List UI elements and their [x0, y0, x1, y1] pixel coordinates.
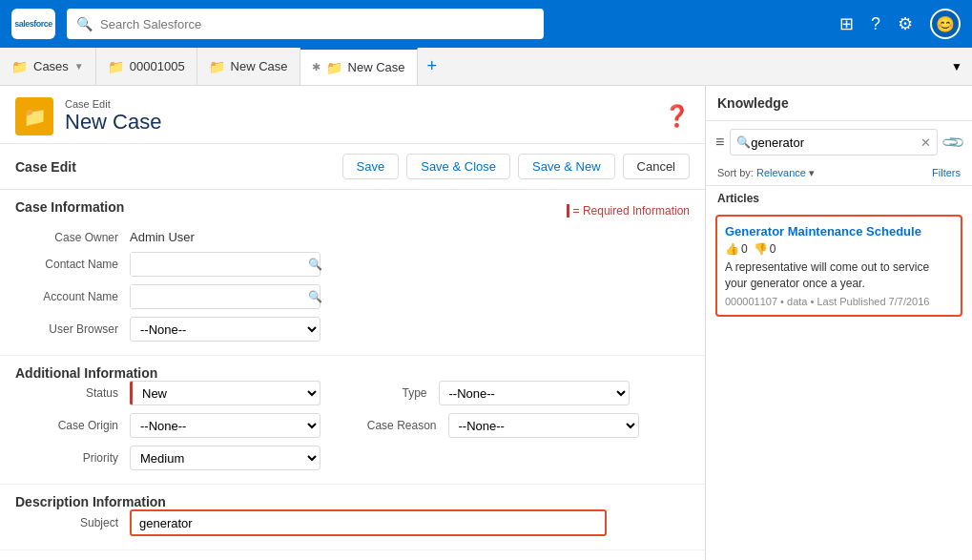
hamburger-icon[interactable]: ≡ [715, 134, 724, 151]
article-votes: 👍 0 👎 0 [725, 242, 953, 256]
account-name-label: Account Name [15, 290, 130, 303]
required-bar-icon [567, 204, 569, 218]
status-type-row: Status New Type --None-- [15, 381, 690, 405]
avatar-icon: 😊 [936, 15, 955, 33]
account-name-field[interactable]: 🔍 [130, 284, 321, 309]
thumbs-up-button[interactable]: 👍 0 [725, 242, 748, 256]
case-origin-label: Case Origin [15, 419, 130, 432]
user-browser-row: User Browser --None-- [15, 317, 690, 342]
search-icon: 🔍 [76, 16, 93, 31]
article-body: A representative will come out to servic… [725, 259, 953, 292]
case-reason-col: Case Reason --None-- [362, 413, 691, 438]
save-close-button[interactable]: Save & Close [406, 154, 510, 179]
tab-new-case-1-label: New Case [231, 59, 288, 73]
required-notice: = Required Information [567, 204, 690, 218]
new-case-tab-icon-2: 📁 [326, 60, 342, 75]
tab-new-case-1[interactable]: 📁 New Case [197, 48, 300, 85]
cases-tab-icon: 📁 [11, 59, 28, 74]
subject-label: Subject [15, 516, 130, 529]
main-content: 📁 Case Edit New Case ❓ Case Edit Save Sa… [0, 86, 972, 560]
article-meta: 000001107 • data • Last Published 7/7/20… [725, 296, 953, 307]
knowledge-search-field[interactable]: 🔍 ✕ [730, 129, 938, 156]
article-title[interactable]: Generator Maintenance Schedule [725, 224, 953, 239]
subject-row: Subject [15, 509, 690, 536]
status-select[interactable]: New [130, 381, 321, 405]
sort-label: Sort by: [717, 167, 754, 178]
knowledge-search-input[interactable] [751, 135, 920, 150]
filters-link[interactable]: Filters [932, 167, 961, 178]
contact-name-label: Contact Name [15, 258, 130, 271]
case-origin-reason-row: Case Origin --None-- Case Reason --None-… [15, 413, 690, 438]
page-title: New Case [65, 110, 161, 135]
close-icon[interactable]: ✱ [312, 61, 321, 73]
top-navigation: salesforce 🔍 ⊞ ? ⚙ 😊 [0, 0, 972, 48]
case-header-left: 📁 Case Edit New Case [15, 97, 161, 135]
knowledge-sort-bar: Sort by: Relevance ▾ Filters [706, 163, 972, 186]
knowledge-panel: Knowledge ≡ 🔍 ✕ 📎 Sort by: Relevance ▾ F… [705, 86, 972, 560]
type-col: Type --None-- [362, 381, 691, 405]
description-information-section: Description Information Subject [0, 485, 705, 550]
lookup-icon[interactable]: 🔍 [302, 258, 328, 271]
case-icon: 📁 [15, 97, 53, 135]
subject-input[interactable] [130, 509, 607, 536]
thumbs-down-icon: 👎 [754, 242, 768, 256]
avatar[interactable]: 😊 [930, 9, 961, 39]
case-reason-label: Case Reason [362, 419, 448, 432]
user-browser-label: User Browser [15, 322, 130, 336]
help-icon[interactable]: ? [871, 14, 880, 34]
contact-name-field[interactable]: 🔍 [130, 252, 321, 277]
knowledge-search-icon: 🔍 [736, 135, 751, 149]
account-lookup-icon[interactable]: 🔍 [302, 290, 328, 303]
case-title-area: Case Edit New Case [65, 98, 161, 135]
user-browser-select[interactable]: --None-- [130, 317, 321, 342]
tab-cases-label: Cases [33, 59, 69, 73]
search-bar[interactable]: 🔍 [67, 9, 544, 39]
tab-new-case-2-label: New Case [348, 60, 405, 74]
additional-information-title: Additional Information [15, 365, 157, 381]
tab-overflow-button[interactable]: ▼ [941, 48, 972, 85]
contact-name-input[interactable] [131, 253, 302, 276]
nav-icons: ⊞ ? ⚙ 😊 [839, 9, 961, 39]
breadcrumb: Case Edit [65, 98, 161, 110]
sort-relevance-link[interactable]: Relevance [756, 167, 806, 178]
knowledge-panel-title: Knowledge [706, 86, 972, 121]
tab-bar: 📁 Cases ▼ 📁 00001005 📁 New Case ✱ 📁 New … [0, 48, 972, 86]
tab-new-case-2[interactable]: ✱ 📁 New Case [300, 48, 418, 85]
thumbs-up-icon: 👍 [725, 242, 739, 256]
help-circle-icon[interactable]: ❓ [664, 104, 690, 129]
type-select[interactable]: --None-- [439, 381, 630, 405]
case-information-title: Case Information [15, 199, 124, 215]
left-panel: 📁 Case Edit New Case ❓ Case Edit Save Sa… [0, 86, 705, 560]
case-owner-value: Admin User [130, 230, 195, 244]
tab-cases[interactable]: 📁 Cases ▼ [0, 48, 96, 85]
attach-icon[interactable]: 📎 [940, 129, 966, 156]
search-input[interactable] [100, 17, 534, 31]
article-card: Generator Maintenance Schedule 👍 0 👎 0 A… [715, 215, 962, 317]
priority-row: Priority Medium [15, 446, 690, 470]
thumbs-down-count: 0 [770, 242, 776, 256]
new-case-tab-icon-1: 📁 [209, 59, 225, 74]
grid-icon[interactable]: ⊞ [839, 13, 854, 34]
case-reason-select[interactable]: --None-- [448, 413, 639, 438]
save-button[interactable]: Save [342, 154, 400, 179]
add-tab-button[interactable]: + [418, 48, 447, 85]
tab-00001005[interactable]: 📁 00001005 [96, 48, 197, 85]
case-tab-icon: 📁 [108, 59, 124, 74]
case-owner-row: Case Owner Admin User [15, 230, 690, 244]
cancel-button[interactable]: Cancel [623, 154, 690, 179]
status-col: Status New [15, 381, 343, 405]
priority-label: Priority [15, 451, 130, 465]
thumbs-down-button[interactable]: 👎 0 [754, 242, 776, 256]
case-origin-select[interactable]: --None-- [130, 413, 321, 438]
case-origin-col: Case Origin --None-- [15, 413, 343, 438]
tab-00001005-label: 00001005 [130, 59, 185, 73]
clear-search-icon[interactable]: ✕ [920, 135, 931, 150]
account-name-input[interactable] [131, 285, 302, 308]
save-new-button[interactable]: Save & New [518, 154, 615, 179]
settings-icon[interactable]: ⚙ [898, 13, 913, 34]
case-header: 📁 Case Edit New Case ❓ [0, 86, 705, 144]
salesforce-logo[interactable]: salesforce [11, 9, 55, 39]
priority-select[interactable]: Medium [130, 446, 321, 470]
account-name-row: Account Name 🔍 [15, 284, 690, 309]
form-buttons: Save Save & Close Save & New Cancel [342, 154, 690, 179]
